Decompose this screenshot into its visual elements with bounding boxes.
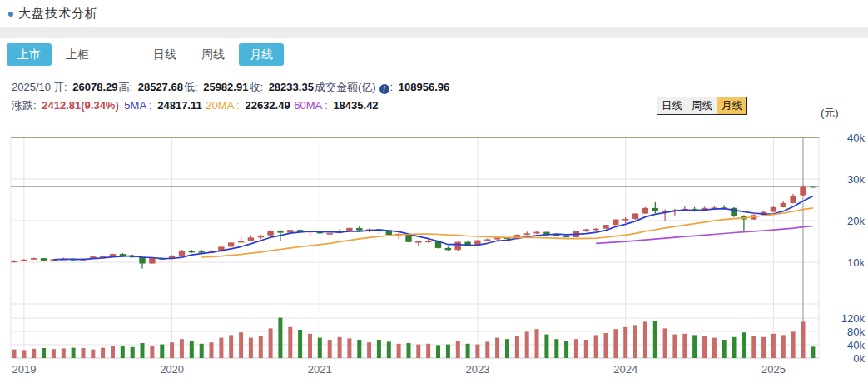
svg-text:2023: 2023	[465, 363, 489, 376]
chart-button-monthly[interactable]: 月线	[717, 97, 747, 115]
svg-text:2019: 2019	[12, 363, 36, 376]
info-segment: 20MA :	[203, 99, 243, 112]
info-segment: 28233.35	[269, 81, 314, 93]
info-segment: 成交金额(亿)	[315, 81, 376, 93]
market-tab-listed[interactable]: 上市	[7, 43, 52, 66]
info-segment: 22632.49	[245, 99, 290, 112]
svg-text:0k: 0k	[853, 352, 865, 365]
info-segment: 18435.42	[333, 99, 378, 112]
period-tab-daily[interactable]: 日线	[142, 43, 187, 66]
info-segment: 高:	[118, 81, 135, 93]
svg-text:40k: 40k	[847, 339, 865, 351]
turnover-info-icon[interactable]: i	[379, 84, 389, 94]
info-segment: 24817.11	[157, 99, 202, 112]
toolbar: 上市 上柜 日线 周线 月线	[7, 43, 284, 66]
svg-text:2020: 2020	[160, 363, 184, 376]
chart-button-weekly[interactable]: 周线	[687, 97, 717, 115]
header-divider	[0, 27, 868, 38]
ma-lines	[53, 196, 813, 260]
page-title: 大盘技术分析	[18, 6, 98, 22]
gridlines	[11, 137, 819, 358]
svg-text:120k: 120k	[841, 312, 866, 325]
svg-text:2021: 2021	[308, 363, 332, 376]
svg-text:30k: 30k	[847, 173, 865, 186]
svg-text:2025: 2025	[761, 363, 786, 376]
toolbar-divider	[122, 44, 122, 66]
info-segment: 2025/10	[12, 81, 51, 93]
title-bullet-icon	[8, 12, 13, 17]
info-segment: 28527.68	[138, 81, 183, 93]
period-tab-monthly[interactable]: 月线	[239, 43, 284, 66]
info-segment: 5MA :	[122, 99, 155, 112]
svg-text:10k: 10k	[847, 256, 865, 269]
info-segment: 开:	[53, 81, 70, 93]
svg-text:2024: 2024	[613, 363, 637, 376]
chart-period-buttons: 日线 周线 月线	[657, 97, 747, 115]
info-segment: 2412.81(9.34%)	[42, 99, 119, 112]
info-segment: :	[390, 81, 396, 93]
info-segment: 108956.96	[399, 81, 449, 93]
chart-button-daily[interactable]: 日线	[657, 97, 687, 115]
info-segment: 60MA :	[291, 99, 331, 112]
ma-info-line: 涨跌: 2412.81(9.34%) 5MA : 24817.11 20MA :…	[12, 98, 379, 113]
info-segment: 低:	[184, 81, 201, 93]
info-segment: 涨跌:	[12, 99, 39, 112]
title-bar: 大盘技术分析	[0, 0, 868, 27]
period-tab-weekly[interactable]: 周线	[191, 43, 236, 66]
svg-text:80k: 80k	[847, 326, 865, 338]
info-segment: 收:	[249, 81, 265, 93]
svg-text:40k: 40k	[847, 132, 865, 144]
svg-text:20k: 20k	[847, 215, 865, 227]
volume-bars	[12, 318, 816, 358]
ohlc-info-line: 2025/10开: 26078.29高: 28527.68低: 25982.91…	[12, 80, 450, 95]
unit-label: (元)	[821, 106, 839, 121]
crosshair	[11, 137, 819, 358]
info-segment: 26078.29	[72, 81, 117, 93]
market-tab-otc[interactable]: 上柜	[55, 43, 100, 66]
axis-labels: 20192020202120232024202540k30k20k10k120k…	[12, 132, 865, 376]
info-segment: 25982.91	[203, 81, 248, 93]
